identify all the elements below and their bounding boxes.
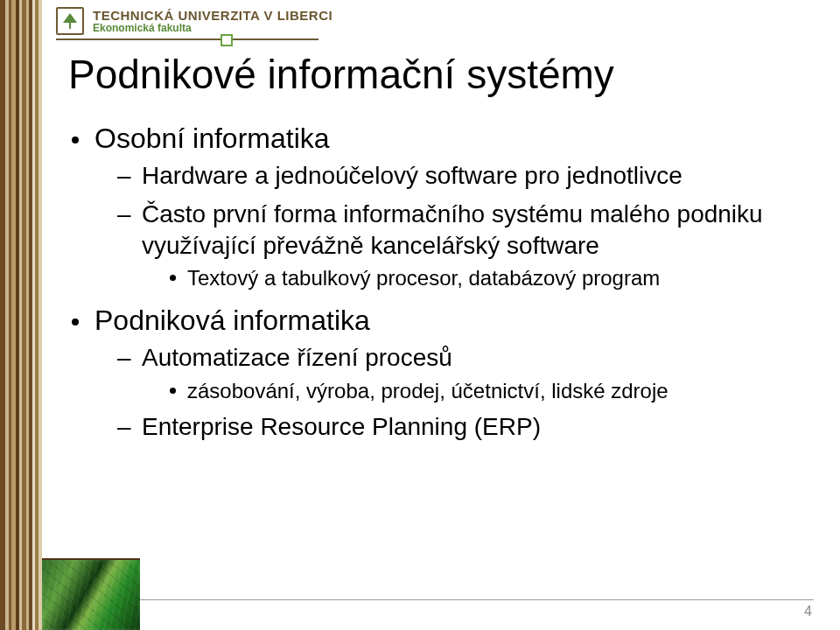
list-item: Hardware a jednoúčelový software pro jed… <box>117 160 805 192</box>
list-item-text: Často první forma informačního systému m… <box>142 200 763 259</box>
decorative-side-stripes <box>0 0 42 630</box>
sub-list: Automatizace řízení procesů zásobování, … <box>117 342 805 443</box>
slide-title: Podnikové informační systémy <box>68 51 805 98</box>
list-item-text: Textový a tabulkový procesor, databázový… <box>187 266 660 290</box>
sub-sub-list: zásobování, výroba, prodej, účetnictví, … <box>168 377 805 404</box>
list-item-text: Hardware a jednoúčelový software pro jed… <box>142 162 682 189</box>
bullet-list: Osobní informatika Hardware a jednoúčelo… <box>68 122 805 443</box>
decorative-square-icon <box>220 34 233 46</box>
university-logo-icon <box>56 7 84 35</box>
sub-list: Hardware a jednoúčelový software pro jed… <box>117 160 805 292</box>
list-item: Textový a tabulkový procesor, databázový… <box>168 264 805 291</box>
list-item-text: Enterprise Resource Planning (ERP) <box>142 413 541 440</box>
list-item: Často první forma informačního systému m… <box>117 199 805 292</box>
list-item-text: zásobování, výroba, prodej, účetnictví, … <box>187 379 668 402</box>
list-item: Automatizace řízení procesů zásobování, … <box>117 342 805 404</box>
footer-rule <box>140 599 814 600</box>
page-number: 4 <box>804 604 812 620</box>
header-underline <box>56 38 318 40</box>
slide-root: TECHNICKÁ UNIVERZITA V LIBERCI Ekonomick… <box>0 0 840 630</box>
list-item-text: Automatizace řízení procesů <box>142 344 452 371</box>
university-line1: TECHNICKÁ UNIVERZITA V LIBERCI <box>93 9 332 23</box>
sub-sub-list: Textový a tabulkový procesor, databázový… <box>168 264 805 291</box>
university-line2: Ekonomická fakulta <box>93 23 332 34</box>
university-name: TECHNICKÁ UNIVERZITA V LIBERCI Ekonomick… <box>93 9 332 33</box>
list-item: Osobní informatika Hardware a jednoúčelo… <box>68 122 805 292</box>
list-item-text: Podniková informatika <box>94 304 370 336</box>
university-header: TECHNICKÁ UNIVERZITA V LIBERCI Ekonomick… <box>56 7 332 35</box>
decorative-corner-art <box>42 558 140 630</box>
list-item-text: Osobní informatika <box>94 122 330 154</box>
list-item: zásobování, výroba, prodej, účetnictví, … <box>168 377 805 404</box>
list-item: Enterprise Resource Planning (ERP) <box>117 411 805 443</box>
list-item: Podniková informatika Automatizace řízen… <box>68 304 805 443</box>
slide-content: Podnikové informační systémy Osobní info… <box>68 51 805 455</box>
